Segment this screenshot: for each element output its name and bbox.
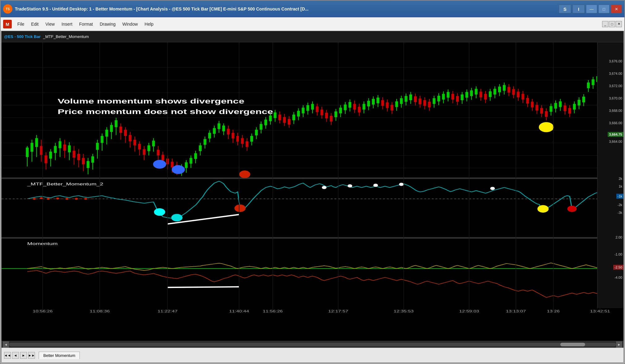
app-logo: TS xyxy=(3,4,12,14)
svg-rect-258 xyxy=(578,100,580,105)
svg-rect-134 xyxy=(288,119,291,125)
svg-text:TS: TS xyxy=(6,7,10,11)
svg-rect-80 xyxy=(162,155,164,160)
scroll-track[interactable] xyxy=(9,343,616,346)
svg-rect-238 xyxy=(531,102,534,107)
menu-file[interactable]: File xyxy=(14,20,28,28)
scroll-thumb[interactable] xyxy=(560,343,585,346)
minimize-button[interactable]: — xyxy=(586,5,597,13)
svg-rect-128 xyxy=(274,112,277,118)
menu-help[interactable]: Help xyxy=(141,20,157,28)
svg-rect-34 xyxy=(54,146,57,153)
svg-rect-190 xyxy=(419,99,421,104)
svg-rect-220 xyxy=(489,91,492,97)
svg-rect-54 xyxy=(101,136,103,143)
mom-2k: 2k xyxy=(619,177,622,180)
red-dot-3 xyxy=(567,206,577,212)
menu-insert[interactable]: Insert xyxy=(58,20,75,28)
svg-rect-120 xyxy=(255,130,258,135)
s-button[interactable]: S xyxy=(559,5,571,13)
svg-rect-22 xyxy=(26,148,29,157)
svg-rect-248 xyxy=(554,103,557,108)
svg-rect-9 xyxy=(2,179,623,237)
svg-rect-194 xyxy=(428,102,431,107)
cyan-dot-1 xyxy=(154,208,165,216)
menu-drawing[interactable]: Drawing xyxy=(97,20,119,28)
svg-rect-66 xyxy=(129,135,131,141)
svg-rect-200 xyxy=(442,94,445,99)
svg-rect-160 xyxy=(348,102,351,108)
scroll-right[interactable]: ► xyxy=(616,341,622,348)
svg-rect-156 xyxy=(339,108,342,113)
svg-rect-174 xyxy=(381,100,384,106)
pm-m4: -4.00 xyxy=(614,276,622,279)
svg-rect-136 xyxy=(292,115,295,120)
svg-rect-58 xyxy=(110,125,113,132)
chart-tab[interactable]: Better Momentum xyxy=(39,352,80,359)
white-dot-1 xyxy=(322,186,326,189)
inner-maximize[interactable]: □ xyxy=(609,21,615,27)
svg-rect-162 xyxy=(353,104,356,109)
annotation-line1: Volume momentum shows divergence xyxy=(58,97,244,105)
svg-point-295 xyxy=(84,198,87,200)
svg-rect-230 xyxy=(512,89,515,95)
svg-rect-218 xyxy=(484,94,487,99)
svg-rect-240 xyxy=(536,105,538,110)
svg-rect-24 xyxy=(31,143,33,151)
close-button[interactable]: ✕ xyxy=(611,5,622,13)
svg-rect-68 xyxy=(133,140,136,145)
inner-close[interactable]: ✕ xyxy=(616,21,622,27)
svg-rect-210 xyxy=(465,92,468,98)
pm-current: -2.50 xyxy=(613,265,623,270)
svg-rect-176 xyxy=(386,102,389,108)
svg-rect-40 xyxy=(68,146,71,152)
svg-rect-116 xyxy=(246,141,248,147)
svg-rect-108 xyxy=(227,129,230,134)
svg-rect-148 xyxy=(321,110,323,115)
inner-minimize[interactable]: _ xyxy=(602,21,608,27)
chart-svg: Volume momentum shows divergence Price m… xyxy=(2,42,623,341)
svg-rect-234 xyxy=(522,94,524,99)
price-3672: 3,672.00 xyxy=(609,84,622,88)
price-3668: 3,668.00 xyxy=(609,109,622,112)
svg-rect-164 xyxy=(358,107,361,112)
svg-rect-52 xyxy=(96,143,99,150)
price-3666: 3,666.00 xyxy=(609,121,622,125)
svg-rect-92 xyxy=(190,158,192,163)
chart-area: Volume momentum shows divergence Price m… xyxy=(2,42,623,341)
svg-rect-252 xyxy=(564,105,567,111)
svg-rect-188 xyxy=(414,96,417,102)
red-dot-1 xyxy=(239,171,250,178)
menu-format[interactable]: Format xyxy=(76,20,96,28)
svg-rect-42 xyxy=(73,151,75,158)
maximize-button[interactable]: □ xyxy=(598,5,610,13)
menu-view[interactable]: View xyxy=(42,20,58,28)
svg-rect-216 xyxy=(480,92,482,97)
yellow-dot-1 xyxy=(539,122,554,132)
nav-last[interactable]: ►► xyxy=(28,352,35,359)
svg-rect-170 xyxy=(372,99,375,104)
cyan-dot-2 xyxy=(171,214,183,221)
menu-bar: M File Edit View Insert Format Drawing W… xyxy=(1,17,624,31)
svg-text:M: M xyxy=(6,22,9,27)
svg-rect-104 xyxy=(218,123,220,129)
scroll-left[interactable]: ◄ xyxy=(3,341,9,348)
chart-window: @ES - 500 Tick Bar _MTF_Better_Momentum xyxy=(1,31,624,363)
scrollbar[interactable]: ◄ ► xyxy=(2,341,623,348)
svg-rect-262 xyxy=(587,83,590,88)
i-button[interactable]: I xyxy=(572,5,585,13)
svg-rect-250 xyxy=(559,101,562,107)
menu-edit[interactable]: Edit xyxy=(28,20,42,28)
nav-first[interactable]: ◄◄ xyxy=(4,352,11,359)
svg-rect-76 xyxy=(152,141,155,146)
nav-next[interactable]: ► xyxy=(20,352,27,359)
svg-rect-198 xyxy=(438,96,440,101)
nav-prev[interactable]: ◄ xyxy=(12,352,19,359)
chart-canvas[interactable]: Volume momentum shows divergence Price m… xyxy=(2,42,623,341)
annotation-line2: Price momentum does not show divergence xyxy=(58,108,273,115)
svg-rect-96 xyxy=(199,146,202,151)
menu-window[interactable]: Window xyxy=(119,20,141,28)
price-current: 3,664.75 xyxy=(608,132,623,137)
svg-rect-214 xyxy=(475,89,477,94)
svg-rect-260 xyxy=(582,97,585,102)
